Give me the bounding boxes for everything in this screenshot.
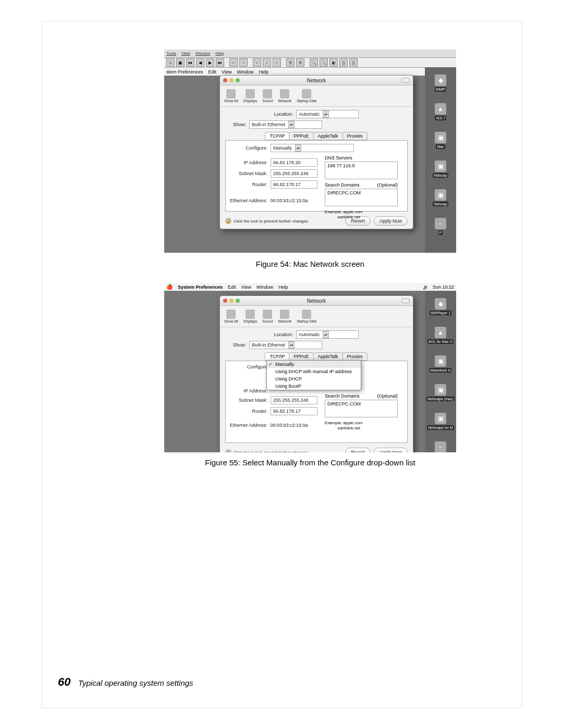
search-icon[interactable]: 🔍 [320, 58, 328, 67]
dropdown-item-manually[interactable]: ✓ Manually [267, 361, 361, 368]
pref-sound[interactable]: Sound [262, 310, 273, 323]
app-toolbar: ⌂ ▣ ⏮ ◀ ▶ ⏭ ← → ▫ ▫ ▫ ⎘ ⎘ 🔍 🔍 ◐ ▯ ▯ [164, 58, 456, 68]
pref-showall[interactable]: Show All [224, 310, 238, 323]
pref-network[interactable]: Network [278, 89, 292, 103]
nav-next-icon[interactable]: ▶ [206, 58, 214, 67]
menu-item[interactable]: Edit [228, 285, 236, 290]
toolbar-icon[interactable]: ▯ [339, 58, 348, 67]
subnet-field[interactable]: 255.255.255.248 [271, 396, 317, 404]
search-field[interactable]: DIRECPC.COM [325, 189, 398, 206]
pref-network[interactable]: Network [278, 310, 292, 323]
dropdown-item-bootp[interactable]: Using BootP [267, 382, 361, 390]
desktop-item[interactable]: ▫Picture 1 [429, 441, 452, 452]
toolbar-icon[interactable]: ▫ [273, 58, 281, 67]
lock-text: Click the lock to prevent further change… [234, 450, 309, 453]
router-field[interactable]: 66.82.178.17 [271, 180, 317, 189]
location-select[interactable]: Automatic ▴▾ [296, 330, 359, 339]
menu-item[interactable]: System Preferences [178, 285, 223, 290]
desktop-item[interactable]: ◆WMPlayer 1 [429, 298, 452, 315]
chevron-updown-icon: ▴▾ [323, 110, 329, 118]
lock-icon[interactable]: 🔒 [225, 449, 231, 452]
search-icon[interactable]: 🔍 [310, 58, 318, 67]
dropdown-item-dhcp[interactable]: Using DHCP [267, 375, 361, 382]
toolbar-icon[interactable]: ▫ [253, 58, 261, 67]
toolbar-toggle-icon[interactable] [401, 78, 410, 83]
ip-label: IP Address: [230, 388, 267, 393]
menu-item[interactable]: Tools [166, 51, 176, 56]
menu-item[interactable]: Help [259, 69, 268, 75]
toolbar-icon[interactable]: ⎘ [286, 58, 295, 67]
desktop-item[interactable]: ▣Netscape for M [429, 413, 452, 430]
toolbar-icon[interactable]: ▯ [349, 58, 358, 67]
nav-back-icon[interactable]: ← [229, 58, 238, 67]
tab-pppoe[interactable]: PPPoE [289, 132, 313, 140]
configure-select[interactable]: Manually ▴▾ [271, 144, 354, 152]
toolbar-icon[interactable]: ▫ [263, 58, 271, 67]
tab-proxies[interactable]: Proxies [342, 132, 368, 140]
ip-field[interactable]: 66.82.178.20 [271, 158, 317, 167]
app-icon: ▣ [435, 161, 446, 172]
menu-item[interactable]: Window [195, 51, 210, 56]
lock-icon[interactable]: 🔒 [225, 218, 231, 224]
window-title: Network [220, 78, 413, 83]
document-page: Tools View Window Help ⌂ ▣ ⏮ ◀ ▶ ⏭ ← → ▫… [42, 21, 522, 708]
tab-appletalk[interactable]: AppleTalk [313, 132, 343, 140]
show-select[interactable]: Built-in Ethernet ▴▾ [249, 341, 322, 349]
menu-item[interactable]: Help [278, 285, 288, 290]
nav-prev-icon[interactable]: ◀ [196, 58, 204, 67]
menu-item[interactable]: Edit [209, 69, 217, 75]
toolbar-icon[interactable]: ⌂ [166, 58, 175, 67]
desktop-item[interactable]: ▫P [429, 218, 452, 235]
menu-item[interactable]: Window [237, 69, 253, 75]
menu-item[interactable]: View [181, 51, 190, 56]
desktop-item[interactable]: ▣Netscape (mac) [429, 384, 452, 401]
menu-item[interactable]: Help [215, 51, 224, 56]
search-field[interactable]: DIRECPC.COM [325, 400, 398, 417]
tab-tcpip[interactable]: TCP/IP [265, 132, 289, 140]
desktop-item[interactable]: ▣Netscap [429, 189, 452, 206]
menu-item[interactable]: Window [256, 285, 273, 290]
pref-displays[interactable]: Displays [243, 310, 257, 323]
menu-item[interactable]: stem Preferences [166, 69, 203, 75]
pref-displays[interactable]: Displays [243, 89, 257, 103]
pref-startup[interactable]: Startup Disk [297, 310, 316, 323]
toolbar-toggle-icon[interactable] [401, 298, 410, 303]
volume-icon[interactable]: 🔊 [423, 285, 429, 290]
pref-showall[interactable]: Show All [224, 89, 238, 103]
desktop-item[interactable]: ▣Netscap [429, 161, 452, 178]
menu-item[interactable]: View [222, 69, 231, 75]
titlebar[interactable]: Network [220, 76, 413, 85]
pref-startup[interactable]: Startup Disk [297, 89, 316, 103]
show-select[interactable]: Built-in Ethernet ▴▾ [249, 120, 322, 129]
desktop-item[interactable]: ▣Mac [429, 132, 452, 149]
location-label: Location: [274, 332, 293, 337]
toolbar-icon[interactable]: ▣ [176, 58, 185, 67]
menu-item[interactable]: View [241, 285, 251, 290]
nav-first-icon[interactable]: ⏮ [186, 58, 194, 67]
router-field[interactable]: 66.82.178.17 [271, 407, 317, 415]
toolbar-icon[interactable]: ◐ [329, 58, 338, 67]
displays-icon [246, 310, 255, 319]
desktop-item[interactable]: ▲AOL for Mac O [429, 327, 452, 344]
tab-pppoe[interactable]: PPPoE [289, 352, 313, 361]
titlebar[interactable]: Network [220, 296, 413, 306]
apple-icon[interactable]: 🍎 [166, 284, 173, 290]
tab-proxies[interactable]: Proxies [342, 352, 368, 361]
location-select[interactable]: Automatic ▴▾ [296, 110, 359, 118]
tab-appletalk[interactable]: AppleTalk [313, 352, 343, 361]
screenshot-fig55: 🍎 System Preferences Edit View Window He… [164, 283, 456, 452]
apply-button[interactable]: Apply Now [374, 448, 408, 452]
nav-last-icon[interactable]: ⏭ [216, 58, 224, 67]
nav-fwd-icon[interactable]: → [239, 58, 248, 67]
subnet-field[interactable]: 255.255.255.248 [271, 169, 317, 178]
desktop-item[interactable]: ◆WMPl [429, 75, 452, 92]
revert-button[interactable]: Revert [345, 448, 371, 452]
toolbar-icon[interactable]: ⎘ [296, 58, 304, 67]
pref-sound[interactable]: Sound [262, 89, 273, 103]
desktop-item[interactable]: ▲AOL f [429, 103, 452, 120]
dns-field[interactable]: 198.77.116.8 [325, 162, 398, 179]
configure-label: Configure [230, 364, 267, 369]
dropdown-item-dhcp-manual[interactable]: Using DHCP with manual IP address [267, 368, 361, 375]
tab-tcpip[interactable]: TCP/IP [265, 352, 289, 361]
desktop-item[interactable]: ▣Macintosh H [429, 355, 452, 373]
